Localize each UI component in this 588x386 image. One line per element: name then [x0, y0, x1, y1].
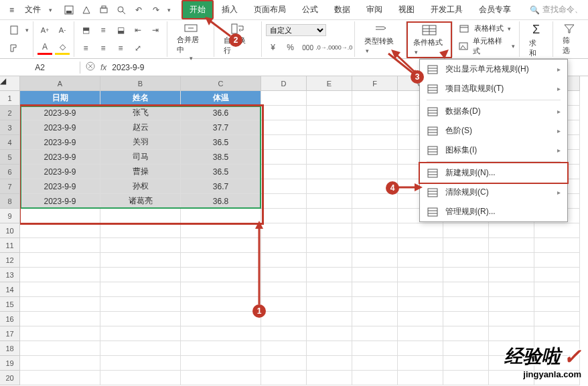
cell-A3[interactable]: 2023-9-9	[20, 120, 100, 135]
cell-J17[interactable]	[534, 326, 580, 341]
cell-F13[interactable]	[352, 268, 398, 282]
col-header-D[interactable]: D	[261, 76, 307, 91]
increase-decimal-icon[interactable]: .0→.00	[318, 41, 333, 54]
cell-J10[interactable]	[534, 223, 580, 238]
col-header-C[interactable]: C	[181, 76, 261, 91]
cell-C17[interactable]	[181, 326, 261, 341]
cell-B8[interactable]: 诸葛亮	[100, 194, 181, 209]
number-format-select[interactable]: 自定义	[266, 24, 326, 36]
cell-E7[interactable]	[307, 179, 352, 194]
cell-D7[interactable]	[261, 179, 307, 194]
fill-color-icon[interactable]: ◇	[55, 41, 70, 55]
cell-D16[interactable]	[261, 312, 307, 326]
cell-I12[interactable]	[489, 253, 534, 268]
cell-G13[interactable]	[398, 268, 443, 282]
file-dropdown-icon[interactable]: ▾	[49, 7, 52, 13]
cell-H12[interactable]	[443, 253, 489, 268]
row-header-10[interactable]: 10	[0, 223, 20, 238]
cell-F12[interactable]	[352, 253, 398, 268]
cell-A8[interactable]: 2023-9-9	[20, 194, 100, 209]
redo-icon[interactable]: ↷	[149, 3, 163, 17]
menu-item-new[interactable]: 新建规则(N)...	[419, 162, 569, 184]
tab-review[interactable]: 审阅	[360, 1, 389, 18]
cell-A10[interactable]	[20, 223, 100, 238]
cell-A9[interactable]	[20, 209, 100, 223]
cell-A1[interactable]: 日期	[20, 91, 100, 106]
cell-I17[interactable]	[489, 326, 534, 341]
tab-view[interactable]: 视图	[392, 1, 421, 18]
cell-J16[interactable]	[534, 312, 580, 326]
cell-F15[interactable]	[352, 297, 398, 312]
cell-D9[interactable]	[261, 209, 307, 223]
cancel-icon[interactable]	[86, 62, 95, 73]
cell-F2[interactable]	[352, 106, 398, 120]
cell-B7[interactable]: 孙权	[100, 179, 181, 194]
cell-E9[interactable]	[307, 209, 352, 223]
filter-button[interactable]: 筛选	[557, 22, 581, 57]
cell-A14[interactable]	[20, 282, 100, 297]
align-left-icon[interactable]: ≡	[78, 41, 93, 55]
cell-A5[interactable]: 2023-9-9	[20, 150, 100, 165]
cell-H13[interactable]	[443, 268, 489, 282]
cell-I14[interactable]	[489, 282, 534, 297]
cell-F20[interactable]	[352, 371, 398, 385]
currency-icon[interactable]: ¥	[266, 41, 281, 54]
qat-dropdown-icon[interactable]: ▾	[167, 7, 171, 13]
save-icon[interactable]	[62, 3, 76, 17]
tab-formula[interactable]: 公式	[295, 1, 325, 18]
cell-B19[interactable]	[100, 356, 181, 371]
cell-A16[interactable]	[20, 312, 100, 326]
row-header-18[interactable]: 18	[0, 341, 20, 356]
share-icon[interactable]	[79, 3, 94, 17]
cell-B4[interactable]: 关羽	[100, 135, 181, 150]
cell-H19[interactable]	[443, 356, 489, 371]
cell-E5[interactable]	[307, 150, 352, 165]
cell-H15[interactable]	[443, 297, 489, 312]
row-header-7[interactable]: 7	[0, 179, 20, 194]
fx-icon[interactable]: fx	[100, 63, 106, 72]
row-header-14[interactable]: 14	[0, 282, 20, 297]
cell-A7[interactable]: 2023-9-9	[20, 179, 100, 194]
cell-C8[interactable]: 36.8	[181, 194, 261, 209]
cell-E14[interactable]	[307, 282, 352, 297]
cell-I16[interactable]	[489, 312, 534, 326]
cell-G14[interactable]	[398, 282, 443, 297]
row-header-17[interactable]: 17	[0, 326, 20, 341]
cell-D3[interactable]	[261, 120, 307, 135]
cell-F6[interactable]	[352, 165, 398, 179]
cell-C18[interactable]	[181, 341, 261, 356]
cell-F19[interactable]	[352, 356, 398, 371]
cell-G20[interactable]	[398, 371, 443, 385]
cell-I10[interactable]	[489, 223, 534, 238]
tab-data[interactable]: 数据	[327, 1, 357, 18]
cell-B5[interactable]: 司马	[100, 150, 181, 165]
row-header-5[interactable]: 5	[0, 150, 20, 165]
font-decrease-icon[interactable]: A-	[55, 23, 70, 37]
cell-E12[interactable]	[307, 253, 352, 268]
sum-button[interactable]: Σ 求和	[524, 21, 548, 60]
file-menu[interactable]: 文件	[21, 3, 45, 17]
cell-D5[interactable]	[261, 150, 307, 165]
align-right-icon[interactable]: ≡	[113, 41, 128, 55]
cell-B3[interactable]: 赵云	[100, 120, 181, 135]
cell-F3[interactable]	[352, 120, 398, 135]
cell-A11[interactable]	[20, 238, 100, 253]
cell-G17[interactable]	[398, 326, 443, 341]
row-header-19[interactable]: 19	[0, 356, 20, 371]
cell-F16[interactable]	[352, 312, 398, 326]
formula-bar[interactable]: 2023-9-9	[112, 63, 144, 72]
cell-E15[interactable]	[307, 297, 352, 312]
command-search[interactable]: 🔍 查找命令、	[530, 4, 583, 15]
cell-B18[interactable]	[100, 341, 181, 356]
cell-A18[interactable]	[20, 341, 100, 356]
cell-F1[interactable]	[352, 91, 398, 106]
cell-B11[interactable]	[100, 238, 181, 253]
cell-C7[interactable]: 36.7	[181, 179, 261, 194]
cell-G18[interactable]	[398, 341, 443, 356]
cell-E4[interactable]	[307, 135, 352, 150]
cell-C6[interactable]: 36.5	[181, 165, 261, 179]
cell-J14[interactable]	[534, 282, 580, 297]
name-box[interactable]: A2	[0, 62, 80, 74]
cell-G12[interactable]	[398, 253, 443, 268]
cell-F9[interactable]	[352, 209, 398, 223]
